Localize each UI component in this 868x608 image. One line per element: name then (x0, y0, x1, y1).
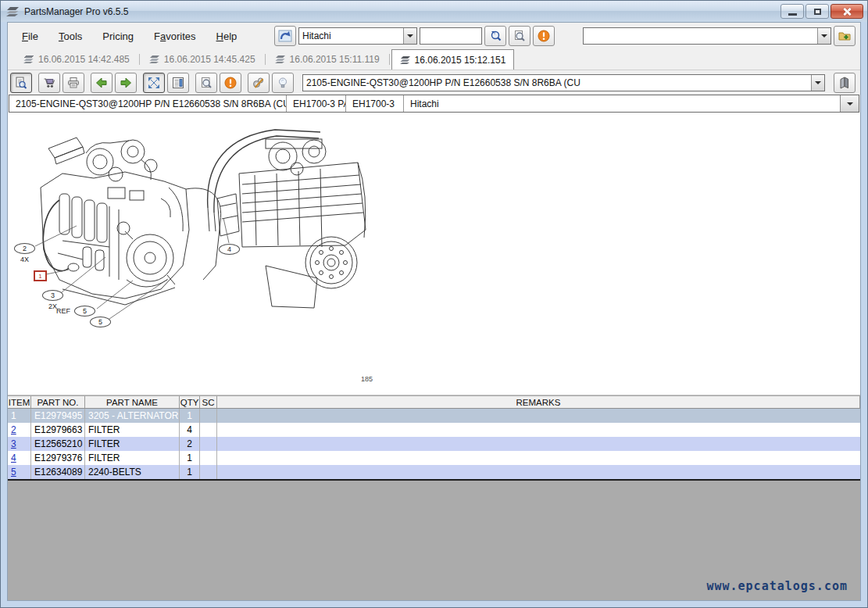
remarks-cell (217, 409, 860, 423)
part-name-cell: FILTER (85, 451, 180, 465)
session-tab-4-active[interactable]: 16.06.2015 15:12.151 (391, 49, 515, 70)
item-link[interactable]: 5 (11, 467, 16, 477)
header-sc[interactable]: SC (200, 396, 217, 408)
header-part-no[interactable]: PART NO. (31, 396, 85, 408)
callout-ref-label: REF (56, 307, 70, 315)
blue-jump-arrow-icon (278, 30, 292, 42)
menu-bar: File Tools Pricing Favorites Help Hitach… (8, 23, 860, 49)
part-no-cell: E12634089 (31, 465, 85, 479)
chevron-down-icon[interactable] (817, 28, 830, 44)
diagram-page-number: 185 (361, 375, 373, 383)
close-button[interactable] (830, 4, 863, 19)
page-search-button[interactable] (10, 73, 32, 93)
breadcrumb-assembly[interactable]: 2105-ENGINE-QST30@1200HP P/N E12660538 S… (9, 95, 287, 112)
qty-cell: 1 (180, 409, 200, 423)
callout-balloon[interactable]: 2 (14, 243, 35, 254)
part-name-cell: 2240-BELTS (85, 465, 180, 479)
item-link[interactable]: 2 (11, 424, 16, 435)
cart-button[interactable] (38, 73, 60, 93)
orange-alert-icon (224, 77, 237, 89)
header-item[interactable]: ITEM (8, 396, 31, 408)
assembly-combo-value: 2105-ENGINE-QST30@1200HP P/N E12660538 S… (303, 77, 811, 88)
chevron-down-icon[interactable] (403, 28, 416, 44)
arrow-left-icon (95, 77, 108, 89)
book-icon (838, 77, 851, 89)
settings-button[interactable] (248, 73, 270, 93)
sc-cell (200, 465, 217, 479)
search-preview-button[interactable] (509, 26, 530, 46)
table-row[interactable]: 3 E12565210 FILTER 2 (8, 437, 860, 451)
header-remarks[interactable]: REMARKS (217, 396, 860, 408)
callout-balloon[interactable]: 4 (219, 244, 240, 255)
fit-view-button[interactable] (143, 73, 165, 93)
forward-button[interactable] (115, 73, 137, 93)
panel-layout-button[interactable] (167, 73, 189, 93)
client-area: File Tools Pricing Favorites Help Hitach… (7, 22, 861, 601)
header-part-name[interactable]: PART NAME (85, 396, 180, 408)
session-tab-icon (275, 55, 286, 63)
part-no-cell: E12979495 (31, 409, 85, 423)
session-tab-3[interactable]: 16.06.2015 15:11.119 (267, 49, 388, 70)
minimize-button[interactable] (780, 4, 804, 19)
zoom-preview-button[interactable] (195, 73, 217, 93)
restore-button[interactable] (805, 4, 829, 19)
qty-cell: 1 (180, 465, 200, 479)
breadcrumb-model[interactable]: EH1700-3 (346, 95, 404, 112)
quick-search-input[interactable] (420, 27, 482, 45)
breadcrumb: 2105-ENGINE-QST30@1200HP P/N E12660538 S… (9, 95, 859, 113)
search-button[interactable] (484, 26, 506, 46)
callout-balloon[interactable]: 5 (74, 306, 95, 317)
hint-button[interactable] (272, 73, 294, 93)
assembly-combo[interactable]: 2105-ENGINE-QST30@1200HP P/N E12660538 S… (302, 74, 825, 91)
menu-help[interactable]: Help (216, 30, 238, 42)
table-row[interactable]: 2 E12979663 FILTER 4 (8, 423, 860, 437)
item-link[interactable]: 3 (11, 438, 16, 449)
restore-icon (814, 9, 821, 15)
table-row[interactable]: 4 E12979376 FILTER 1 (8, 451, 860, 465)
watermark: www.epcatalogs.com (706, 579, 848, 593)
callout-1-highlighted[interactable]: 1 (34, 270, 47, 281)
sc-cell (200, 451, 217, 465)
breadcrumb-manufacturer[interactable]: Hitachi (404, 95, 840, 112)
chevron-down-icon[interactable] (811, 75, 824, 91)
gears-edit-icon (252, 77, 265, 89)
callout-ref-5: REF 5 (56, 306, 95, 317)
bottom-pane: www.epcatalogs.com (8, 481, 860, 600)
titlebar: PartsManager Pro v6.5.5 (1, 1, 867, 22)
breadcrumb-model-parts[interactable]: EH1700-3 PA... (287, 95, 346, 112)
item-link[interactable]: 4 (11, 452, 16, 463)
session-tab-icon (23, 55, 34, 63)
session-tab-2[interactable]: 16.06.2015 14:45.425 (141, 49, 263, 70)
favorites-combo[interactable] (583, 27, 831, 45)
menu-pricing[interactable]: Pricing (102, 30, 134, 42)
diagram-pane: 2 4X 1 3 2X REF 5 5 4 185 (8, 113, 860, 395)
orange-alert-icon (538, 30, 550, 42)
picture-alert-button[interactable] (220, 73, 241, 93)
callout-balloon[interactable]: 5 (90, 317, 111, 327)
callout-3: 3 2X (42, 290, 63, 301)
app-window: PartsManager Pro v6.5.5 File Tools Prici… (0, 0, 868, 608)
header-qty[interactable]: QTY (180, 396, 200, 408)
table-row[interactable]: 5 E12634089 2240-BELTS 1 (8, 465, 860, 479)
qty-cell: 1 (180, 451, 200, 465)
manufacturer-combo[interactable]: Hitachi (298, 27, 417, 45)
item-link[interactable]: 1 (11, 410, 16, 421)
parts-book-button[interactable] (834, 73, 855, 93)
tab-separator (139, 54, 140, 65)
callout-4: 4 (219, 244, 240, 255)
menu-tools[interactable]: Tools (59, 30, 82, 42)
breadcrumb-dropdown-icon[interactable] (840, 95, 859, 112)
back-button[interactable] (91, 73, 113, 93)
callout-balloon[interactable]: 3 (42, 290, 63, 301)
part-name-cell: 3205 - ALTERNATOR (85, 409, 180, 423)
jump-to-model-button[interactable] (274, 26, 296, 46)
alert-button[interactable] (533, 26, 555, 46)
menu-file[interactable]: File (22, 30, 38, 42)
session-tab-1[interactable]: 16.06.2015 14:42.485 (16, 49, 138, 70)
add-favorite-button[interactable] (834, 26, 855, 46)
print-button[interactable] (63, 73, 84, 93)
part-name-cell: FILTER (85, 437, 180, 451)
menu-favorites[interactable]: Favorites (154, 30, 195, 42)
table-row[interactable]: 1 E12979495 3205 - ALTERNATOR 1 (8, 409, 860, 423)
sc-cell (200, 409, 217, 423)
